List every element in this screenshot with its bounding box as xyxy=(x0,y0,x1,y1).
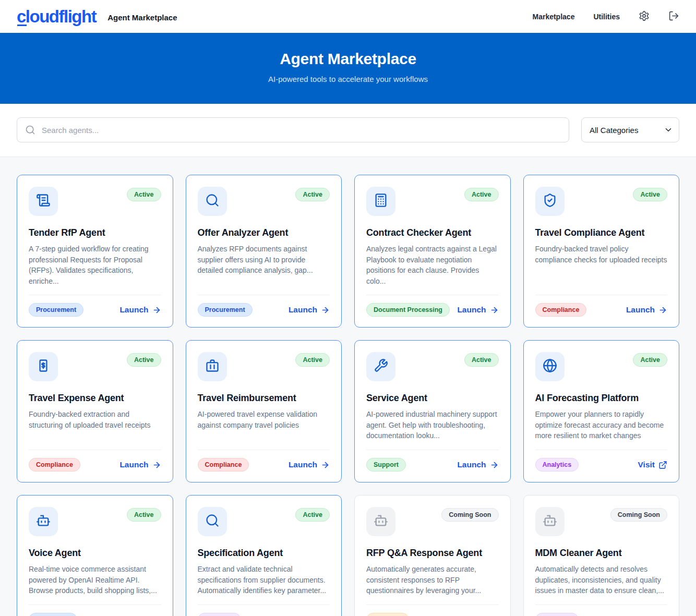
action-label: Launch xyxy=(119,460,148,469)
status-badge: Active xyxy=(633,353,667,367)
agent-description: Foundry-backed extraction and structurin… xyxy=(29,409,161,441)
agent-icon-tile xyxy=(366,507,395,536)
nav-utilities[interactable]: Utilities xyxy=(593,13,620,21)
top-header: cloudflight Agent Marketplace Marketplac… xyxy=(0,0,696,33)
app-title: Agent Marketplace xyxy=(107,11,177,22)
action-label: Launch xyxy=(119,305,148,315)
agent-title: Service Agent xyxy=(366,393,499,404)
arrow-right-icon xyxy=(490,461,499,469)
bot-icon xyxy=(374,513,388,530)
arrow-right-icon xyxy=(658,306,667,315)
agent-icon-tile xyxy=(29,187,58,216)
agent-cards-grid: Active Tender RfP Agent A 7-step guided … xyxy=(0,157,696,616)
launch-link[interactable]: Launch xyxy=(457,305,498,315)
agent-description: A 7-step guided workflow for creating pr… xyxy=(29,244,161,286)
category-pill: Analytics xyxy=(198,613,242,616)
scroll-icon xyxy=(36,193,51,210)
category-pill: Analytics xyxy=(535,458,579,472)
agent-card: Active Specification Agent Extract and v… xyxy=(186,495,342,616)
header-nav: Marketplace Utilities xyxy=(532,10,679,23)
hero-subtitle: AI-powered tools to accelerate your work… xyxy=(10,75,686,83)
shield-check-icon xyxy=(543,193,557,210)
agent-icon-tile xyxy=(366,187,395,216)
action-label: Launch xyxy=(457,305,486,315)
launch-link[interactable]: Launch xyxy=(289,305,330,315)
agent-icon-tile xyxy=(366,352,395,381)
launch-link[interactable]: Launch xyxy=(457,460,498,469)
logout-icon xyxy=(668,10,679,23)
search-section: All Categories xyxy=(0,104,696,157)
settings-button[interactable] xyxy=(639,10,650,23)
logout-button[interactable] xyxy=(668,10,679,23)
action-label: Launch xyxy=(457,460,486,469)
calculator-icon xyxy=(374,193,388,210)
agent-title: Tender RfP Agent xyxy=(29,227,161,238)
action-label: Visit xyxy=(638,460,655,469)
agent-description: Automatically generates accurate, consis… xyxy=(366,564,499,596)
category-pill: Compliance xyxy=(198,458,249,472)
agent-description: Extract and validate technical specifica… xyxy=(198,564,330,596)
agent-card: Coming Soon RFP Q&A Response Agent Autom… xyxy=(354,495,511,616)
status-badge: Active xyxy=(295,188,330,201)
receipt-dollar-icon xyxy=(36,358,51,375)
category-filter[interactable]: All Categories xyxy=(581,117,679,142)
agent-icon-tile xyxy=(29,352,58,381)
agent-title: AI Forecasting Platform xyxy=(535,393,668,404)
agent-card: Active Offer Analyzer Agent Analyzes RFP… xyxy=(186,175,342,328)
arrow-right-icon xyxy=(152,461,161,469)
search-input[interactable] xyxy=(17,117,569,142)
cloudflight-logo[interactable]: cloudflight xyxy=(17,8,96,25)
agent-description: AI-powered industrial machinery support … xyxy=(366,409,499,441)
agent-description: Empower your planners to rapidly optimiz… xyxy=(535,409,668,441)
status-badge: Coming Soon xyxy=(441,508,498,522)
agent-title: MDM Cleaner Agent xyxy=(535,548,668,559)
agent-card: Active Tender RfP Agent A 7-step guided … xyxy=(17,175,173,328)
wrench-icon xyxy=(374,358,388,375)
status-badge: Active xyxy=(464,353,499,367)
category-pill: Analytics xyxy=(535,613,579,616)
visit-link[interactable]: Visit xyxy=(638,460,667,469)
agent-icon-tile xyxy=(198,352,227,381)
hero-title: Agent Marketplace xyxy=(10,50,686,68)
status-badge: Coming Soon xyxy=(610,508,667,522)
status-badge: Active xyxy=(295,508,330,522)
launch-link[interactable]: Launch xyxy=(119,305,161,315)
agent-card: Active Travel Reimbursement AI-powered t… xyxy=(186,340,342,482)
category-pill: Support xyxy=(366,458,406,472)
external-link-icon xyxy=(658,461,667,469)
agent-title: Travel Reimbursement xyxy=(198,393,330,404)
category-pill: Compliance xyxy=(29,458,80,472)
arrow-right-icon xyxy=(321,306,330,315)
search-wrap xyxy=(17,117,569,142)
nav-marketplace[interactable]: Marketplace xyxy=(532,13,574,21)
search-icon xyxy=(205,513,220,530)
search-icon xyxy=(205,193,220,210)
arrow-right-icon xyxy=(490,306,499,315)
action-label: Launch xyxy=(289,460,317,469)
agent-card: Active Contract Checker Agent Analyzes l… xyxy=(354,175,511,328)
agent-description: Foundry-backed travel policy compliance … xyxy=(535,244,668,286)
bot-icon xyxy=(36,513,51,530)
agent-icon-tile xyxy=(535,352,565,381)
launch-link[interactable]: Launch xyxy=(289,460,330,469)
agent-card: Active AI Forecasting Platform Empower y… xyxy=(523,340,680,482)
status-badge: Active xyxy=(127,353,161,367)
status-badge: Active xyxy=(464,188,499,201)
arrow-right-icon xyxy=(152,306,161,315)
agent-description: Analyzes RFP documents against supplier … xyxy=(198,244,330,286)
bot-icon xyxy=(543,513,557,530)
category-pill: Procurement xyxy=(29,303,83,317)
agent-title: Travel Compliance Agent xyxy=(535,227,668,238)
agent-title: Offer Analyzer Agent xyxy=(198,227,330,238)
launch-link[interactable]: Launch xyxy=(626,305,667,315)
status-badge: Active xyxy=(295,353,330,367)
category-pill: Document Processing xyxy=(366,303,450,317)
briefcase-icon xyxy=(205,358,220,375)
agent-icon-tile xyxy=(198,507,227,536)
status-badge: Active xyxy=(127,508,161,522)
agent-card: Active Service Agent AI-powered industri… xyxy=(354,340,511,482)
launch-link[interactable]: Launch xyxy=(119,460,161,469)
agent-description: AI-powered travel expense validation aga… xyxy=(198,409,330,441)
category-pill: Compliance xyxy=(535,303,587,317)
agent-card: Active Travel Compliance Agent Foundry-b… xyxy=(523,175,680,328)
